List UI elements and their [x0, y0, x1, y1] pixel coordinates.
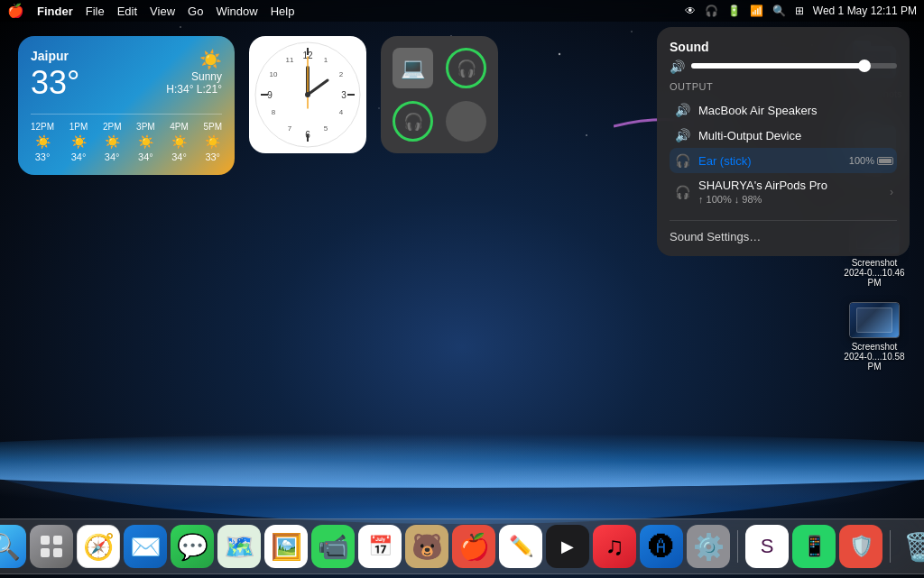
output-multi-device[interactable]: 🔊 Multi-Output Device — [670, 123, 897, 148]
airpods-icon: 🎧 — [673, 185, 691, 199]
dock-settings[interactable]: ⚙️ — [687, 525, 730, 568]
svg-point-4 — [559, 53, 560, 55]
dock-mail[interactable]: ✉️ — [124, 525, 167, 568]
svg-text:11: 11 — [286, 56, 294, 64]
dock-music[interactable]: ♫ — [593, 525, 636, 568]
volume-slider-track[interactable] — [691, 63, 897, 69]
file-menu[interactable]: File — [86, 5, 105, 18]
output-label: Output — [670, 81, 897, 92]
dock-appstore[interactable]: 🅐 — [640, 525, 683, 568]
dock-appletv[interactable]: ▶ — [546, 525, 589, 568]
weather-temp: 33° — [31, 67, 79, 99]
volume-icon: 🔊 — [670, 60, 685, 74]
output-macbook-speakers[interactable]: 🔊 MacBook Air Speakers — [670, 97, 897, 123]
dock-slack[interactable]: S — [745, 525, 789, 568]
svg-text:6: 6 — [305, 130, 310, 140]
widgets-area: Jaipur 33° ☀️ Sunny H:34° L:21° 12PM ☀️ … — [18, 36, 498, 175]
headphone-icon[interactable]: 🎧 — [705, 5, 718, 17]
svg-text:2: 2 — [339, 70, 344, 78]
weather-highlow: H:34° L:21° — [166, 83, 222, 96]
weather-hour-1: 1PM ☀️ 34° — [69, 122, 88, 162]
sound-panel-title: Sound — [670, 40, 897, 54]
multi-output-icon: 🔊 — [673, 128, 691, 142]
svg-text:8: 8 — [272, 108, 276, 116]
wifi-icon[interactable]: 📶 — [750, 5, 763, 17]
control-center-icon[interactable]: ⊞ — [795, 5, 804, 17]
screenshot1-label: Screenshot 2024-0....10.46 PM — [843, 258, 906, 288]
go-menu[interactable]: Go — [188, 5, 203, 18]
finder-menu[interactable]: Finder — [37, 5, 73, 18]
svg-point-36 — [305, 92, 310, 97]
dock-launchpad[interactable] — [30, 525, 73, 568]
ear-stick-label: Ear (stick) — [698, 154, 842, 168]
screenshot2-thumbnail — [849, 302, 900, 338]
screenshot2-icon[interactable]: Screenshot2024-0....10.58 PM — [839, 298, 910, 375]
svg-point-1 — [180, 26, 181, 28]
ear-stick-icon: 🎧 — [673, 153, 691, 168]
audio-widget: 💻 🎧 🎧 — [381, 36, 498, 153]
dock-calendar[interactable]: 📅 — [358, 525, 402, 568]
sound-settings-link[interactable]: Sound Settings… — [670, 220, 897, 243]
dock-whatsapp[interactable]: 📱 — [792, 525, 836, 568]
svg-rect-40 — [41, 548, 50, 557]
dock: 🔍 🧭 ✉️ 💬 🗺️ 🖼️ 📹 📅 🐻 🍎 ✏️ ▶ ♫ 🅐 ⚙️ S 📱 🛡… — [0, 518, 924, 574]
dock-bear[interactable]: 🐻 — [405, 525, 448, 568]
weather-condition: Sunny — [166, 70, 222, 83]
search-icon[interactable]: 🔍 — [772, 5, 786, 17]
svg-text:7: 7 — [288, 124, 292, 133]
output-airpods-pro[interactable]: 🎧 SHAURYA's AirPods Pro ↑ 100% ↓ 98% › — [670, 173, 897, 211]
battery-icon[interactable]: 🔋 — [727, 5, 741, 17]
weather-city: Jaipur — [31, 49, 79, 63]
screenshot2-label: Screenshot2024-0....10.58 PM — [843, 342, 906, 372]
dock-maps[interactable]: 🗺️ — [217, 525, 261, 568]
audio-laptop-icon: 💻 — [393, 48, 433, 88]
weather-hour-2: 2PM ☀️ 34° — [103, 122, 122, 162]
menubar: 🍎 Finder File Edit View Go Window Help 👁… — [0, 0, 924, 22]
weather-hour-3: 3PM ☀️ 34° — [136, 122, 155, 162]
apple-menu[interactable]: 🍎 — [7, 3, 24, 19]
volume-slider-fill — [691, 63, 866, 69]
dock-separator — [737, 530, 738, 563]
dock-safari[interactable]: 🧭 — [77, 525, 120, 568]
svg-point-5 — [631, 31, 633, 32]
svg-text:10: 10 — [270, 70, 278, 78]
output-ear-stick[interactable]: 🎧 Ear (stick) 100% — [670, 148, 897, 173]
eye-icon[interactable]: 👁 — [685, 5, 696, 17]
svg-text:5: 5 — [324, 124, 328, 133]
dock-freeform[interactable]: ✏️ — [499, 525, 542, 568]
dock-vpn[interactable]: 🛡️ — [839, 525, 882, 568]
svg-rect-39 — [53, 536, 62, 545]
chevron-right-icon: › — [890, 186, 893, 198]
svg-point-12 — [586, 134, 587, 136]
clock-widget: 12 3 6 9 1 2 4 5 7 8 10 11 — [249, 36, 366, 153]
edit-menu[interactable]: Edit — [117, 5, 137, 18]
view-menu[interactable]: View — [150, 5, 175, 18]
ear-stick-badge: 100% — [849, 155, 893, 166]
speaker-icon: 🔊 — [673, 103, 691, 117]
svg-rect-38 — [41, 536, 50, 545]
dock-messages[interactable]: 💬 — [171, 525, 214, 568]
datetime-display: Wed 1 May 12:11 PM — [813, 5, 917, 17]
audio-empty-slot — [446, 101, 486, 142]
audio-headphone-green2-icon: 🎧 — [393, 101, 433, 142]
macbook-speakers-label: MacBook Air Speakers — [698, 104, 893, 117]
multi-output-label: Multi-Output Device — [698, 129, 893, 142]
svg-text:3: 3 — [341, 90, 346, 100]
help-menu[interactable]: Help — [271, 5, 295, 18]
svg-text:4: 4 — [339, 108, 344, 116]
svg-text:1: 1 — [324, 56, 328, 64]
dock-facetime[interactable]: 📹 — [311, 525, 355, 568]
dock-photos[interactable]: 🖼️ — [264, 525, 308, 568]
dock-trash[interactable]: 🗑️ — [898, 525, 924, 568]
weather-widget: Jaipur 33° ☀️ Sunny H:34° L:21° 12PM ☀️ … — [18, 36, 235, 175]
dock-separator-2 — [890, 530, 891, 563]
sound-panel: Sound 🔊 Output 🔊 MacBook Air Speakers 🔊 … — [657, 27, 910, 256]
window-menu[interactable]: Window — [216, 5, 257, 18]
menubar-right: 👁 🎧 🔋 📶 🔍 ⊞ Wed 1 May 12:11 PM — [685, 5, 917, 17]
dock-mela[interactable]: 🍎 — [452, 525, 495, 568]
audio-headphone-green-icon: 🎧 — [446, 48, 486, 88]
dock-finder[interactable]: 🔍 — [0, 525, 26, 568]
weather-hour-5: 5PM ☀️ 33° — [203, 122, 222, 162]
weather-hour-0: 12PM ☀️ 33° — [31, 122, 54, 162]
svg-rect-41 — [53, 548, 62, 557]
